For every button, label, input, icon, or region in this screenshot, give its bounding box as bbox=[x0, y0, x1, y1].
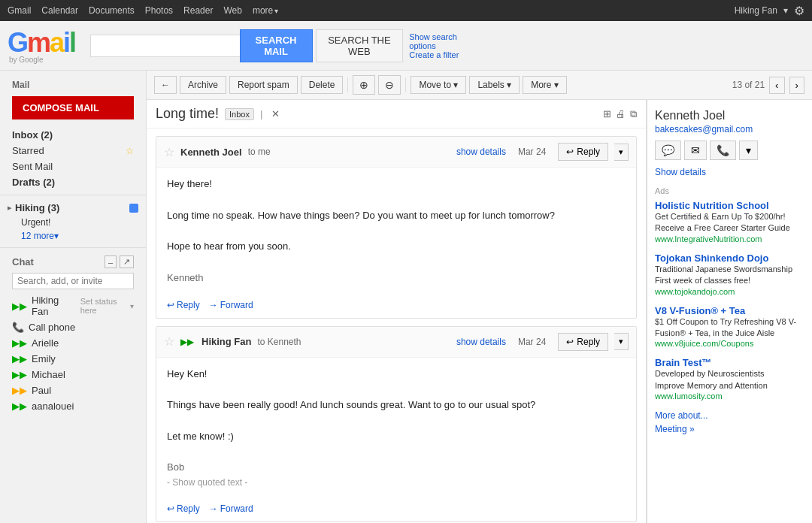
sidebar-item-sent[interactable]: Sent Mail bbox=[0, 159, 146, 174]
ad-title-1[interactable]: Holistic Nutrition School bbox=[655, 200, 804, 211]
ad-title-2[interactable]: Tojokan Shinkendo Dojo bbox=[655, 252, 804, 264]
show-details-msg2[interactable]: show details bbox=[456, 337, 506, 347]
ad-url-2[interactable]: www.tojokandojo.com bbox=[655, 287, 804, 296]
chat-person-hikingfan[interactable]: ▶▶ Hiking Fan Set status here ▾ bbox=[0, 292, 146, 319]
inbox-label: Inbox (2) bbox=[12, 129, 134, 141]
show-search-options-link[interactable]: Show search options bbox=[409, 32, 466, 50]
drafts-label: Drafts (2) bbox=[12, 177, 134, 188]
chat-person-emily[interactable]: ▶▶ Emily bbox=[0, 351, 146, 367]
print-icon[interactable]: 🖨 bbox=[616, 108, 626, 120]
pagination-text: 13 of 21 bbox=[732, 80, 765, 90]
chat-arrow-button[interactable]: ↗ bbox=[120, 255, 134, 268]
search-input[interactable] bbox=[90, 35, 239, 57]
sidebar-subitem-urgent[interactable]: Urgent! bbox=[0, 216, 146, 229]
show-quoted-text[interactable]: - Show quoted text - bbox=[167, 476, 626, 490]
sidebar-more-link[interactable]: 12 more▾ bbox=[0, 229, 146, 243]
star-msg2[interactable]: ☆ bbox=[164, 334, 174, 349]
ad-body-1: Get Certified & Earn Up To $200/hr! Rece… bbox=[655, 211, 804, 234]
chat-person-michael[interactable]: ▶▶ Michael bbox=[0, 367, 146, 382]
reply-button-msg2[interactable]: ↩ Reply bbox=[558, 333, 608, 351]
video-icon-emily: ▶▶ bbox=[12, 353, 27, 364]
ad-url-3[interactable]: www.v8juice.com/Coupons bbox=[655, 339, 804, 348]
center-right-area: ← Archive Report spam Delete ⊕ ⊖ Move to… bbox=[147, 71, 812, 523]
move-to-button[interactable]: Move to ▾ bbox=[411, 76, 466, 94]
close-thread-icon[interactable]: ✕ bbox=[271, 108, 280, 119]
topbar-photos[interactable]: Photos bbox=[145, 5, 173, 16]
chat-person-callphone[interactable]: 📞 Call phone bbox=[0, 319, 146, 335]
ad-title-3[interactable]: V8 V-Fusion® + Tea bbox=[655, 305, 804, 316]
chat-person-arielle[interactable]: ▶▶ Arielle bbox=[0, 335, 146, 351]
search-web-button[interactable]: SEARCH THE WEB bbox=[316, 29, 404, 62]
labels-button[interactable]: Labels ▾ bbox=[469, 76, 520, 94]
ad-body-4: Developed by Neuroscientists Improve Mem… bbox=[655, 368, 804, 391]
contact-email[interactable]: bakescakes@gmail.com bbox=[655, 124, 804, 135]
forward-link-msg1[interactable]: → Forward bbox=[209, 300, 253, 310]
label-button[interactable]: ⊖ bbox=[378, 75, 401, 95]
back-button[interactable]: ← bbox=[154, 76, 177, 94]
search-mail-button[interactable]: SEARCH MAIL bbox=[240, 29, 313, 62]
inbox-label-badge[interactable]: Inbox bbox=[225, 108, 254, 120]
star-msg1[interactable]: ☆ bbox=[164, 145, 174, 159]
topbar-username[interactable]: Hiking Fan bbox=[735, 5, 777, 16]
contact-name: Kenneth Joel bbox=[655, 109, 804, 122]
contact-more-button[interactable]: ▾ bbox=[739, 141, 758, 160]
new-window-icon[interactable]: ⧉ bbox=[630, 108, 637, 120]
compose-mail-button[interactable]: COMPOSE MAIL bbox=[12, 96, 134, 119]
report-spam-button[interactable]: Report spam bbox=[229, 76, 298, 94]
reply-link-msg2[interactable]: ↩ Reply bbox=[167, 503, 200, 514]
ad-url-4[interactable]: www.lumosity.com bbox=[655, 391, 804, 401]
sidebar-item-inbox[interactable]: Inbox (2) bbox=[0, 127, 146, 143]
toolbar-separator-2 bbox=[405, 77, 406, 92]
more-about-meeting-link[interactable]: Meeting » bbox=[655, 424, 804, 434]
reply-link-msg1[interactable]: ↩ Reply bbox=[167, 300, 200, 310]
topbar-gmail[interactable]: Gmail bbox=[8, 5, 31, 16]
main-layout: Mail COMPOSE MAIL Inbox (2) Starred ☆ Se… bbox=[0, 71, 812, 523]
topbar-more[interactable]: more bbox=[253, 5, 278, 16]
contact-email-button[interactable]: ✉ bbox=[684, 141, 707, 160]
gear-icon[interactable]: ⚙ bbox=[794, 4, 804, 18]
delete-button[interactable]: Delete bbox=[301, 76, 344, 94]
thread-label-separator: | bbox=[260, 108, 262, 119]
create-filter-link[interactable]: Create a filter bbox=[409, 50, 466, 59]
topbar-web[interactable]: Web bbox=[223, 5, 241, 16]
sender-msg1: Kenneth Joel bbox=[180, 147, 242, 158]
to-msg1: to me bbox=[248, 147, 271, 157]
sidebar-item-starred[interactable]: Starred ☆ bbox=[0, 143, 146, 159]
body-sig-2: Bob bbox=[167, 460, 626, 476]
archive-button[interactable]: Archive bbox=[180, 76, 226, 94]
forward-link-msg2[interactable]: → Forward bbox=[209, 503, 253, 514]
chat-minus-button[interactable]: – bbox=[105, 255, 117, 268]
contact-chat-button[interactable]: 💬 bbox=[655, 141, 681, 160]
sidebar-group-hiking[interactable]: ▸ Hiking (3) bbox=[0, 200, 146, 216]
chat-person-aanalouei[interactable]: ▶▶ aanalouei bbox=[0, 398, 146, 414]
topbar-user-chevron[interactable]: ▾ bbox=[783, 5, 788, 16]
chat-person-paul[interactable]: ▶▶ Paul bbox=[0, 382, 146, 398]
topbar-calendar[interactable]: Calendar bbox=[41, 5, 78, 16]
chat-search-input[interactable] bbox=[12, 273, 134, 289]
topbar-reader[interactable]: Reader bbox=[183, 5, 213, 16]
reply-button-msg1[interactable]: ↩ Reply bbox=[558, 143, 608, 161]
ad-url-1[interactable]: www.IntegrativeNutrition.com bbox=[655, 234, 804, 243]
chat-name-hikingfan: Hiking Fan bbox=[32, 295, 73, 317]
logo-a: a bbox=[50, 27, 63, 58]
more-button[interactable]: More ▾ bbox=[523, 76, 567, 94]
reply-label-msg1: Reply bbox=[577, 147, 600, 157]
email-thread: Long time! Inbox | ✕ ⊞ 🖨 ⧉ ☆ Kenneth Joe… bbox=[147, 100, 647, 523]
expand-all-icon[interactable]: ⊞ bbox=[603, 108, 611, 120]
ads-section: Ads Holistic Nutrition School Get Certif… bbox=[655, 186, 804, 434]
contact-phone-button[interactable]: 📞 bbox=[710, 141, 736, 160]
chat-section: Chat – ↗ ▶▶ Hiking Fan Set status here ▾… bbox=[0, 254, 146, 414]
body-sig-1: Kenneth bbox=[167, 271, 626, 286]
move-inbox-button[interactable]: ⊕ bbox=[353, 75, 375, 95]
ad-title-4[interactable]: Brain Test™ bbox=[655, 357, 804, 368]
next-page-button[interactable]: › bbox=[789, 77, 804, 94]
reply-dropdown-msg1[interactable]: ▾ bbox=[614, 144, 629, 161]
topbar-documents[interactable]: Documents bbox=[89, 5, 135, 16]
video-icon-hikingfan: ▶▶ bbox=[12, 301, 27, 312]
mail-section-label: Mail bbox=[0, 77, 146, 92]
prev-page-button[interactable]: ‹ bbox=[769, 77, 784, 94]
reply-dropdown-msg2[interactable]: ▾ bbox=[614, 333, 629, 350]
show-details-msg1[interactable]: show details bbox=[456, 147, 506, 157]
sidebar-item-drafts[interactable]: Drafts (2) bbox=[0, 174, 146, 190]
show-contact-details-link[interactable]: Show details bbox=[655, 167, 706, 177]
